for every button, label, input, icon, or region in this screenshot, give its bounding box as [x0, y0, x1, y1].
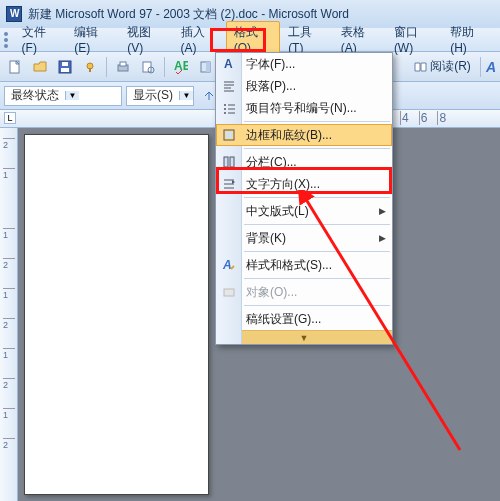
svg-rect-25 [224, 157, 228, 167]
menu-borders-shading[interactable]: 边框和底纹(B)... [216, 124, 392, 146]
menu-styles-formatting[interactable]: A 样式和格式(S)... [216, 254, 392, 276]
menu-text-direction[interactable]: 文字方向(X)... [216, 173, 392, 195]
menu-background[interactable]: 背景(K) ▶ [216, 227, 392, 249]
menu-separator [244, 278, 390, 279]
menu-window[interactable]: 窗口(W) [386, 21, 442, 58]
menu-file[interactable]: 文件(F) [14, 21, 67, 58]
svg-point-20 [224, 104, 226, 106]
menu-separator [244, 224, 390, 225]
save-icon[interactable] [54, 56, 76, 78]
menu-asian-layout[interactable]: 中文版式(L) ▶ [216, 200, 392, 222]
window-title: 新建 Microsoft Word 97 - 2003 文档 (2).doc -… [28, 6, 349, 23]
svg-rect-26 [230, 157, 234, 167]
format-menu: A 字体(F)... 段落(P)... 项目符号和编号(N)... 边框和底纹(… [215, 52, 393, 345]
toolbar-separator [480, 57, 481, 77]
print-icon[interactable] [112, 56, 134, 78]
svg-rect-12 [206, 62, 210, 72]
menu-object: 对象(O)... [216, 281, 392, 303]
chevron-down-icon: ▼ [300, 333, 309, 343]
svg-text:A: A [224, 57, 233, 71]
menu-view[interactable]: 视图(V) [119, 21, 172, 58]
print-preview-icon[interactable] [137, 56, 159, 78]
text-direction-icon [220, 175, 238, 193]
menu-font[interactable]: A 字体(F)... [216, 53, 392, 75]
object-icon [220, 283, 238, 301]
submenu-arrow-icon: ▶ [379, 233, 386, 243]
research-icon[interactable] [195, 56, 217, 78]
borders-icon [220, 126, 238, 144]
columns-icon [220, 153, 238, 171]
svg-rect-7 [120, 62, 126, 66]
menu-manuscript-settings[interactable]: 稿纸设置(G)... [216, 308, 392, 330]
svg-rect-3 [62, 62, 68, 66]
paragraph-icon [220, 77, 238, 95]
new-icon[interactable] [4, 56, 26, 78]
show-label: 显示(S) [127, 87, 179, 104]
review-display-combo[interactable]: 最终状态 ▼ [4, 86, 122, 106]
menu-help[interactable]: 帮助(H) [442, 21, 496, 58]
read-button[interactable]: 阅读(R) [410, 56, 475, 78]
menu-columns[interactable]: 分栏(C)... [216, 151, 392, 173]
spellcheck-icon[interactable]: AB [170, 56, 192, 78]
svg-point-21 [224, 108, 226, 110]
menu-paragraph[interactable]: 段落(P)... [216, 75, 392, 97]
font-style-icon[interactable]: A [486, 56, 496, 78]
submenu-arrow-icon: ▶ [379, 206, 386, 216]
dropdown-icon[interactable]: ▼ [65, 91, 79, 100]
dropdown-icon[interactable]: ▼ [179, 91, 193, 100]
review-display-value: 最终状态 [5, 87, 65, 104]
ruler-scale: 468 [400, 112, 500, 124]
svg-rect-2 [61, 68, 69, 72]
menu-separator [244, 251, 390, 252]
svg-text:A: A [222, 258, 232, 272]
svg-rect-5 [89, 68, 91, 72]
open-icon[interactable] [29, 56, 51, 78]
toolbar-separator [106, 57, 107, 77]
menu-bullets-numbering[interactable]: 项目符号和编号(N)... [216, 97, 392, 119]
menu-separator [244, 121, 390, 122]
menubar: 文件(F) 编辑(E) 视图(V) 插入(A) 格式(O) 工具(T) 表格(A… [0, 28, 500, 52]
vertical-ruler[interactable]: 2 1 1 2 1 2 1 2 1 2 [0, 128, 18, 501]
book-icon [414, 61, 428, 73]
svg-rect-28 [224, 289, 234, 296]
show-combo[interactable]: 显示(S) ▼ [126, 86, 194, 106]
read-label: 阅读(R) [430, 58, 471, 75]
permission-icon[interactable] [79, 56, 101, 78]
menu-separator [244, 305, 390, 306]
document-page[interactable] [24, 134, 209, 495]
font-icon: A [220, 55, 238, 73]
app-icon [6, 6, 22, 22]
list-icon [220, 99, 238, 117]
menu-separator [244, 148, 390, 149]
svg-rect-24 [226, 132, 232, 138]
svg-point-22 [224, 112, 226, 114]
menu-separator [244, 197, 390, 198]
toolbar-separator [164, 57, 165, 77]
menu-expand[interactable]: ▼ [216, 330, 392, 344]
grip-icon[interactable] [4, 32, 10, 48]
tab-selector-icon[interactable]: L [4, 112, 16, 124]
styles-icon: A [220, 256, 238, 274]
menu-edit[interactable]: 编辑(E) [66, 21, 119, 58]
